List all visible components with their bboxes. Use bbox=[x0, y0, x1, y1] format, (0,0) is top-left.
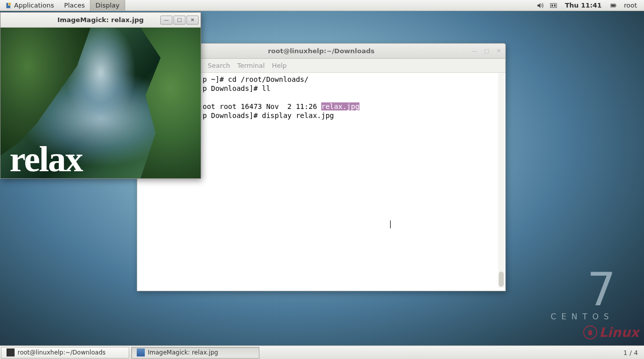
bottom-panel: root@linuxhelp:~/Downloads ImageMagick: … bbox=[0, 345, 644, 359]
relax-image-text: relax bbox=[10, 141, 82, 177]
terminal-window-buttons: — □ ✕ bbox=[471, 48, 502, 54]
window-buttons: — □ ✕ bbox=[160, 16, 199, 25]
workspace-label: 1 / 4 bbox=[623, 349, 638, 356]
places-label: Places bbox=[64, 2, 84, 9]
workspace-indicator[interactable]: 1 / 4 bbox=[617, 349, 644, 356]
imagemagick-content: relax bbox=[1, 28, 201, 178]
minimize-button[interactable]: — bbox=[160, 16, 172, 25]
terminal-task-icon bbox=[7, 348, 15, 356]
svg-rect-1 bbox=[551, 5, 553, 7]
taskbar-imagemagick-label: ImageMagick: relax.jpg bbox=[148, 349, 218, 356]
imagemagick-titlebar[interactable]: ImageMagick: relax.jpg — □ ✕ bbox=[1, 13, 201, 28]
clock[interactable]: Thu 11:41 bbox=[562, 0, 605, 11]
taskbar-terminal-label: root@linuxhelp:~/Downloads bbox=[18, 349, 106, 356]
network-icon[interactable] bbox=[549, 1, 558, 10]
linux-watermark-icon bbox=[583, 325, 597, 339]
term-line-3-prefix: oot root 16473 Nov 2 11:26 bbox=[203, 102, 321, 110]
term-line-4: p Downloads]# display relax.jpg bbox=[203, 111, 334, 119]
terminal-minimize-button[interactable]: — bbox=[471, 48, 478, 54]
term-line-3-highlight: relax.jpg bbox=[321, 102, 359, 110]
top-panel: Applications Places Display Thu 11:41 ro… bbox=[0, 0, 644, 11]
apps-foot-icon bbox=[5, 2, 12, 9]
user-label: root bbox=[624, 2, 637, 9]
volume-icon[interactable] bbox=[536, 1, 545, 10]
terminal-menu-help[interactable]: Help bbox=[272, 62, 287, 69]
terminal-menu-search[interactable]: Search bbox=[208, 62, 230, 69]
places-menu[interactable]: Places bbox=[59, 0, 89, 11]
terminal-scrollbar[interactable] bbox=[498, 73, 504, 288]
imagemagick-window: ImageMagick: relax.jpg — □ ✕ relax bbox=[0, 12, 201, 179]
svg-rect-2 bbox=[554, 5, 556, 7]
centos-watermark: 7 CENTOS bbox=[550, 272, 614, 321]
linux-watermark-text: Linux bbox=[599, 325, 639, 340]
close-button[interactable]: ✕ bbox=[187, 16, 199, 25]
terminal-menu-terminal[interactable]: Terminal bbox=[237, 62, 265, 69]
taskbar-button-terminal[interactable]: root@linuxhelp:~/Downloads bbox=[1, 347, 129, 358]
applications-menu[interactable]: Applications bbox=[0, 0, 59, 11]
active-app-menu[interactable]: Display bbox=[90, 0, 125, 11]
imagemagick-task-icon bbox=[137, 348, 145, 356]
battery-icon[interactable] bbox=[609, 1, 618, 10]
svg-rect-0 bbox=[550, 4, 557, 8]
clock-label: Thu 11:41 bbox=[565, 2, 602, 9]
svg-rect-4 bbox=[615, 5, 616, 6]
user-menu[interactable]: root bbox=[622, 0, 639, 11]
linux-watermark: Linux bbox=[583, 325, 639, 340]
terminal-scrollbar-thumb[interactable] bbox=[499, 272, 504, 287]
terminal-text-cursor bbox=[390, 220, 391, 228]
maximize-button[interactable]: □ bbox=[173, 16, 186, 25]
svg-rect-5 bbox=[611, 5, 615, 7]
panel-left: Applications Places Display bbox=[0, 0, 125, 11]
applications-label: Applications bbox=[14, 2, 54, 9]
terminal-close-button[interactable]: ✕ bbox=[495, 48, 502, 54]
centos-7-number: 7 bbox=[550, 272, 614, 308]
panel-right: Thu 11:41 root bbox=[536, 0, 644, 11]
term-line-2: p Downloads]# ll bbox=[203, 84, 270, 92]
centos-name: CENTOS bbox=[550, 312, 614, 321]
terminal-maximize-button[interactable]: □ bbox=[483, 48, 490, 54]
taskbar-button-imagemagick[interactable]: ImageMagick: relax.jpg bbox=[131, 347, 259, 358]
term-line-1: p ~]# cd /root/Downloads/ bbox=[203, 75, 309, 83]
active-app-label: Display bbox=[96, 2, 120, 9]
